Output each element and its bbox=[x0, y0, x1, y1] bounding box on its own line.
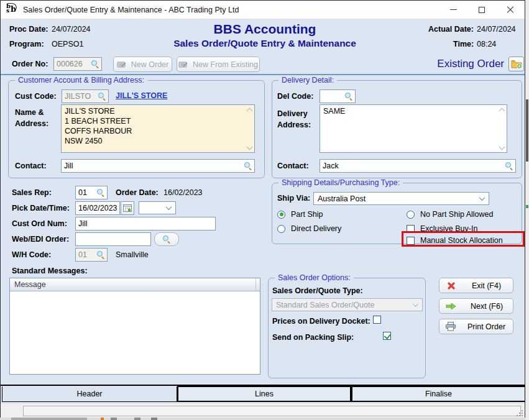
manual-stock-option[interactable]: Manual Stock Allocation bbox=[407, 236, 503, 245]
chevron-down-icon bbox=[413, 301, 419, 307]
wh-code-input[interactable] bbox=[76, 250, 96, 259]
manual-stock-checkbox[interactable] bbox=[407, 237, 415, 245]
tab-header-label: Header bbox=[77, 390, 103, 398]
exit-button[interactable]: Exit (F4) bbox=[439, 278, 513, 293]
cust-ord-label: Cust Ord Num: bbox=[12, 219, 67, 228]
messages-listbox[interactable]: Message bbox=[9, 278, 260, 375]
prices-docket-checkbox[interactable] bbox=[373, 316, 381, 324]
exclusive-buyin-label: Exclusive Buy-In bbox=[420, 224, 477, 233]
minimize-button[interactable] bbox=[439, 1, 467, 19]
sales-rep-input[interactable] bbox=[76, 188, 96, 197]
no-part-ship-radio[interactable] bbox=[407, 211, 415, 219]
sales-order-options-group: Sales Order Options: Sales Order/Quote T… bbox=[268, 278, 426, 378]
cust-ord-input[interactable] bbox=[76, 219, 215, 228]
del-code-lookup-icon[interactable] bbox=[345, 93, 352, 100]
pick-date-calendar-button[interactable] bbox=[121, 201, 134, 215]
new-from-existing-label: New From Existing bbox=[193, 60, 258, 69]
order-no-field[interactable] bbox=[53, 57, 102, 71]
delivery-contact-label: Contact: bbox=[277, 162, 309, 170]
message-column-label: Message bbox=[14, 280, 46, 289]
wh-code-lookup-icon[interactable] bbox=[97, 251, 104, 258]
resize-grip[interactable] bbox=[516, 409, 523, 416]
maximize-icon bbox=[479, 7, 485, 13]
sales-rep-lookup-icon[interactable] bbox=[97, 189, 104, 196]
exclusive-buyin-checkbox[interactable] bbox=[407, 225, 415, 233]
customer-link[interactable]: JILL'S STORE bbox=[116, 91, 167, 100]
actual-date-label: Actual Date: bbox=[428, 25, 474, 34]
note-pencil-icon bbox=[178, 61, 188, 68]
new-from-existing-button[interactable]: New From Existing bbox=[177, 57, 260, 72]
delivery-contact-input[interactable] bbox=[320, 162, 504, 170]
status-panel bbox=[23, 406, 521, 416]
minimize-icon bbox=[450, 9, 457, 10]
cust-code-label: Cust Code: bbox=[15, 92, 57, 101]
billing-contact-field[interactable] bbox=[61, 159, 255, 173]
name-address-textarea[interactable]: JILL'S STORE 1 BEACH STREET COFFS HARBOU… bbox=[61, 104, 255, 153]
cust-code-field[interactable] bbox=[62, 89, 109, 103]
no-part-ship-option[interactable]: No Part Ship Allowed bbox=[407, 210, 493, 219]
delivery-address-label: Delivery Address: bbox=[277, 108, 317, 130]
new-order-button[interactable]: New Order bbox=[113, 57, 172, 72]
chevron-down-icon bbox=[479, 194, 485, 201]
sales-rep-label: Sales Rep: bbox=[12, 188, 52, 197]
close-icon bbox=[507, 6, 514, 14]
order-no-input[interactable] bbox=[54, 60, 90, 68]
print-order-button-label: Print Order bbox=[460, 322, 513, 331]
direct-delivery-option[interactable]: Direct Delivery bbox=[277, 224, 341, 233]
time-value: 08:24 bbox=[477, 40, 496, 48]
web-edi-input[interactable] bbox=[76, 235, 150, 244]
window-title: Sales Order/Quote Entry & Maintenance - … bbox=[23, 6, 239, 14]
ship-via-combo[interactable]: Australia Post bbox=[313, 192, 489, 205]
maximize-button[interactable] bbox=[467, 1, 496, 19]
delivery-contact-lookup-icon[interactable] bbox=[505, 162, 513, 170]
screen: b s b Sales Order/Quote Entry & Maintena… bbox=[0, 0, 529, 420]
delivery-address-textarea[interactable]: SAME bbox=[320, 104, 507, 153]
header-divider bbox=[1, 74, 525, 75]
web-edi-lookup-icon bbox=[163, 235, 170, 243]
part-ship-radio[interactable] bbox=[277, 211, 285, 219]
shipping-group-title: Shipping Details/Purchasing Type: bbox=[278, 178, 403, 187]
messages-column-header[interactable]: Message bbox=[10, 278, 260, 291]
next-button[interactable]: Next (F6) bbox=[439, 298, 513, 314]
billing-contact-lookup-icon[interactable] bbox=[244, 162, 252, 170]
billing-contact-input[interactable] bbox=[62, 162, 243, 170]
delivery-address-wrap: SAME bbox=[320, 104, 507, 153]
order-lookup-icon[interactable] bbox=[91, 60, 99, 68]
sales-rep-field[interactable] bbox=[75, 186, 108, 199]
open-existing-order-button[interactable] bbox=[508, 57, 524, 71]
pick-date-field[interactable] bbox=[75, 201, 120, 215]
cust-ord-field[interactable] bbox=[75, 217, 216, 231]
pick-date-input[interactable] bbox=[76, 204, 119, 212]
del-code-field[interactable] bbox=[320, 89, 356, 103]
order-mode-label: Existing Order bbox=[411, 58, 504, 70]
delivery-group-title: Delivery Detail: bbox=[278, 76, 337, 84]
web-edi-field[interactable] bbox=[75, 232, 151, 246]
order-date-label: Order Date: bbox=[116, 188, 159, 197]
close-button[interactable] bbox=[496, 1, 525, 19]
tab-lines[interactable]: Lines bbox=[177, 386, 351, 402]
order-type-value: Standard Sales Order/Quote bbox=[276, 301, 374, 309]
chevron-down-icon bbox=[166, 204, 172, 210]
packing-slip-checkbox[interactable] bbox=[383, 332, 391, 340]
pick-time-combo[interactable] bbox=[139, 201, 176, 214]
pick-date-label: Pick Date/Time: bbox=[12, 204, 70, 212]
order-type-combo[interactable]: Standard Sales Order/Quote bbox=[272, 298, 423, 311]
cust-code-input[interactable] bbox=[62, 92, 97, 101]
delivery-contact-field[interactable] bbox=[320, 159, 516, 173]
tab-header[interactable]: Header bbox=[2, 386, 177, 402]
direct-delivery-radio[interactable] bbox=[277, 225, 285, 233]
no-part-ship-label: No Part Ship Allowed bbox=[420, 210, 493, 219]
part-ship-label: Part Ship bbox=[291, 210, 323, 219]
order-no-label: Order No: bbox=[12, 60, 48, 68]
tab-finalise[interactable]: Finalise bbox=[351, 386, 526, 402]
print-order-button[interactable]: Print Order bbox=[439, 319, 513, 334]
cust-code-lookup-icon[interactable] bbox=[98, 93, 106, 100]
wh-code-field[interactable] bbox=[75, 248, 108, 262]
part-ship-option[interactable]: Part Ship bbox=[277, 210, 323, 219]
del-code-input[interactable] bbox=[320, 92, 344, 101]
proc-date-value: 24/07/2024 bbox=[52, 25, 91, 34]
exclusive-buyin-option[interactable]: Exclusive Buy-In bbox=[407, 224, 477, 233]
wh-code-label: W/H Code: bbox=[12, 250, 51, 259]
web-edi-lookup-button[interactable] bbox=[154, 232, 179, 246]
actual-date-value: 24/07/2024 bbox=[477, 25, 516, 34]
